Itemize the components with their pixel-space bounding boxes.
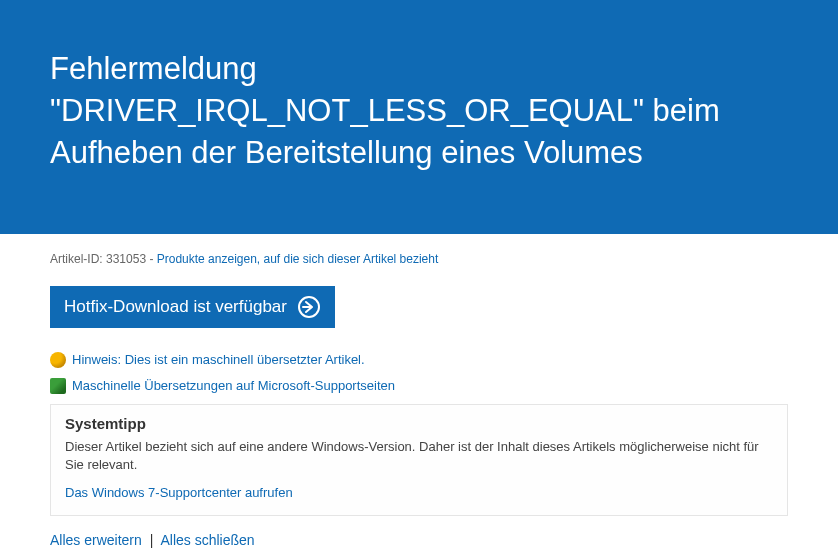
machine-translation-text: Hinweis: Dies ist ein maschinell überset… <box>72 352 365 367</box>
machine-translation-note: Hinweis: Dies ist ein maschinell überset… <box>50 352 788 368</box>
expand-collapse-controls: Alles erweitern | Alles schließen <box>50 532 788 548</box>
article-id-label: Artikel-ID: <box>50 252 103 266</box>
page-title: Fehlermeldung "DRIVER_IRQL_NOT_LESS_OR_E… <box>50 48 788 174</box>
hotfix-download-button[interactable]: Hotfix-Download ist verfügbar <box>50 286 335 328</box>
hero-banner: Fehlermeldung "DRIVER_IRQL_NOT_LESS_OR_E… <box>0 0 838 234</box>
translation-info-link[interactable]: Maschinelle Übersetzungen auf Microsoft-… <box>72 378 395 393</box>
hotfix-label: Hotfix-Download ist verfügbar <box>64 297 287 317</box>
arrow-right-circle-icon <box>297 295 321 319</box>
article-id-value: 331053 <box>106 252 146 266</box>
article-id-line: Artikel-ID: 331053 - Produkte anzeigen, … <box>50 252 788 266</box>
system-tip-heading: Systemtipp <box>65 415 773 432</box>
collapse-all-link[interactable]: Alles schließen <box>160 532 254 548</box>
content-area: Artikel-ID: 331053 - Produkte anzeigen, … <box>0 252 838 549</box>
gear-icon <box>50 352 66 368</box>
products-link[interactable]: Produkte anzeigen, auf die sich dieser A… <box>157 252 439 266</box>
translation-info-line: Maschinelle Übersetzungen auf Microsoft-… <box>50 378 788 394</box>
system-tip-box: Systemtipp Dieser Artikel bezieht sich a… <box>50 404 788 517</box>
system-tip-body: Dieser Artikel bezieht sich auf eine and… <box>65 438 773 476</box>
separator: | <box>150 532 154 548</box>
win7-support-link[interactable]: Das Windows 7-Supportcenter aufrufen <box>65 485 293 500</box>
article-id-dash: - <box>149 252 156 266</box>
expand-all-link[interactable]: Alles erweitern <box>50 532 142 548</box>
translate-icon <box>50 378 66 394</box>
